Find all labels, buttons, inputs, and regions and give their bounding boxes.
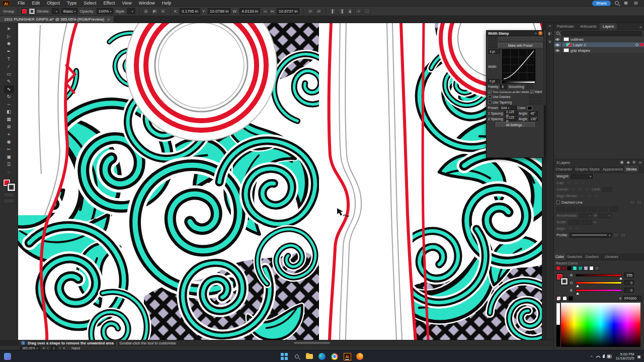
width-profile-curve[interactable] [502, 49, 535, 80]
menu-file[interactable]: File [14, 0, 29, 7]
artboard-tool[interactable]: ▣ [4, 153, 14, 161]
b-value-field[interactable]: 0 [624, 288, 634, 293]
magic-wand-tool[interactable]: ✱ [4, 40, 14, 48]
style-dropdown[interactable]: ▾ [127, 8, 135, 14]
type-tool[interactable]: T [4, 55, 14, 63]
distribute-icon[interactable]: ≡ [355, 8, 362, 14]
brush-definition-dropdown[interactable]: Basic▾ [61, 8, 78, 14]
cap-butt-icon[interactable] [566, 180, 572, 185]
edge-icon[interactable] [318, 352, 326, 360]
use-dashes-checkbox[interactable] [488, 95, 492, 99]
color-spectrum[interactable] [561, 303, 640, 347]
workspace-switcher-icon[interactable]: ▤ [633, 1, 639, 6]
align-inside-stroke-icon[interactable] [587, 194, 592, 198]
layer-row-outlines[interactable]: outlines [554, 37, 644, 42]
align-outside-stroke-icon[interactable] [594, 194, 599, 198]
layer-name[interactable]: grip shapes [571, 48, 590, 53]
layer-expand-icon[interactable]: › [564, 43, 565, 47]
cap-round-icon[interactable] [573, 180, 579, 185]
start-button[interactable] [280, 352, 288, 360]
tray-expand-icon[interactable]: ^ [591, 354, 593, 359]
search-icon[interactable] [615, 1, 619, 5]
trim-contours-checkbox[interactable]: ✓ [488, 90, 492, 94]
color-fill-stroke-proxy[interactable] [556, 274, 568, 285]
opacity-dropdown[interactable]: 100%▾ [97, 8, 113, 14]
rectangle-tool[interactable]: ▭ [4, 70, 14, 78]
fidelity-field[interactable]: 6 [500, 84, 507, 89]
dashes-value-field[interactable] [529, 95, 542, 99]
dash-preserve-icon[interactable] [629, 200, 635, 205]
arrowhead-start-dropdown[interactable]: ▾ [579, 213, 592, 218]
layer-name[interactable]: outlines [571, 37, 584, 42]
selection-tool[interactable]: ➤ [4, 25, 14, 33]
taskbar-widget-icon[interactable] [4, 353, 11, 360]
mesh-tool[interactable]: ⊞ [4, 123, 14, 131]
menu-view[interactable]: View [118, 0, 135, 7]
tab-libraries[interactable]: Libraries [603, 253, 620, 260]
width-tool[interactable]: ∿ [4, 85, 14, 93]
collapsed-panel-icon-2[interactable]: ≣ [546, 40, 553, 44]
gradient-tool[interactable]: ▦ [4, 116, 14, 123]
scale-tool[interactable]: ⇔ [4, 101, 14, 108]
layers-filter-input[interactable] [561, 31, 642, 36]
notification-center-icon[interactable]: ▣ [637, 354, 641, 359]
tab-character[interactable]: Character [554, 166, 574, 172]
collapsed-panel-icon-1[interactable]: ◧ [546, 32, 553, 36]
tab-stroke[interactable]: Stroke [624, 166, 638, 172]
layer-thumbnail[interactable] [564, 37, 569, 41]
align-arrow-tip-icon[interactable] [568, 226, 573, 231]
taskbar-search-icon[interactable] [293, 352, 301, 360]
arrowhead-end-dropdown[interactable]: ▾ [598, 213, 611, 218]
new-sublayer-icon[interactable]: ◉ [626, 160, 629, 164]
recent-swatch[interactable] [556, 266, 560, 270]
fill-stroke-proxy[interactable] [3, 179, 15, 191]
link-dimensions-icon[interactable]: ∞ [262, 8, 269, 14]
flip-along-icon[interactable] [613, 233, 619, 237]
color-stroke-chip[interactable] [561, 278, 568, 285]
tab-graphic-styles[interactable]: Graphic Styles [574, 166, 601, 172]
expand-panels-icon[interactable]: « [546, 24, 553, 28]
document-tab[interactable]: 1911 PUNISHER GRIPS.ai* @ 385.05% (RGB/P… [0, 16, 114, 23]
layer-row-layer-2[interactable]: › Layer 2 [554, 42, 644, 48]
min-width-field[interactable]: 0 pt [488, 79, 500, 83]
tab-layers[interactable]: Layers [600, 23, 617, 30]
canvas-artwork[interactable] [18, 23, 542, 340]
more-options-icon[interactable]: … [364, 8, 370, 14]
none-swatch[interactable] [556, 296, 561, 301]
tab-color[interactable]: Color [554, 253, 566, 260]
layer-thumbnail[interactable] [564, 48, 569, 52]
align-right-icon[interactable]: ▮ [347, 8, 353, 14]
dashed-line-checkbox[interactable] [556, 201, 560, 204]
g-slider[interactable] [576, 282, 622, 284]
recent-swatch[interactable] [584, 266, 588, 270]
first-artboard-icon[interactable]: « [43, 346, 45, 350]
layer-name[interactable]: Layer 2 [573, 43, 586, 47]
next-artboard-icon[interactable]: › [59, 346, 60, 350]
w-field[interactable]: 4.0133 in [239, 8, 260, 14]
cap-projecting-icon[interactable] [580, 180, 586, 185]
file-explorer-icon[interactable] [305, 352, 313, 360]
layer-target-icon[interactable] [635, 43, 638, 46]
recolor-icon[interactable]: ◩ [151, 8, 158, 14]
illustrator-logo-icon[interactable]: Ai [2, 1, 10, 6]
isolate-icon[interactable]: ⧉ [143, 8, 149, 14]
max-width-field[interactable]: 4 pt [488, 49, 500, 54]
r-slider[interactable] [576, 274, 622, 277]
rotate-tool[interactable]: ↻ [4, 93, 14, 101]
toolbar-stroke-chip[interactable] [8, 184, 15, 191]
firefox-icon[interactable] [356, 352, 364, 360]
angle1-field[interactable]: 45° [529, 111, 538, 116]
recent-swatch[interactable] [595, 266, 599, 270]
stamp-color-chip[interactable] [527, 106, 532, 110]
scale-start-field[interactable] [569, 220, 580, 225]
smoothing-field[interactable] [526, 84, 534, 89]
gap-field-2[interactable] [588, 207, 597, 212]
profile-dropdown[interactable]: ▾ [570, 233, 612, 238]
menu-select[interactable]: Select [80, 0, 100, 7]
hard-checkbox[interactable]: ✓ [530, 90, 534, 94]
direct-selection-tool[interactable]: ▷ [4, 33, 14, 40]
help-icon[interactable]: ? [538, 31, 542, 35]
zoom-tool[interactable]: ◌ [4, 168, 14, 176]
scale-end-field[interactable] [581, 220, 592, 225]
x-field[interactable]: 3.1705 in [180, 8, 200, 14]
